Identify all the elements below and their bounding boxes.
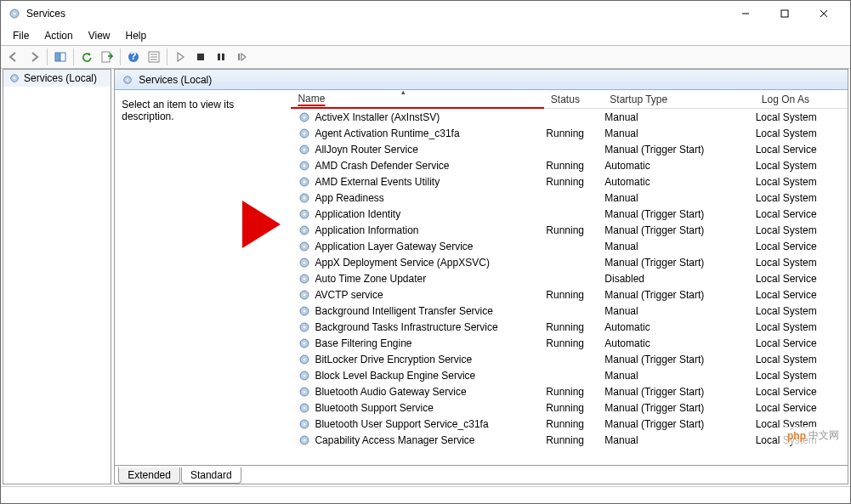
close-button[interactable] bbox=[804, 1, 843, 26]
service-gear-icon bbox=[298, 110, 311, 124]
service-row[interactable]: AMD External Events UtilityRunningAutoma… bbox=[291, 173, 848, 190]
show-hide-tree-button[interactable] bbox=[51, 48, 70, 66]
cell-name: AppX Deployment Service (AppXSVC) bbox=[315, 257, 546, 269]
cell-startup: Automatic bbox=[604, 321, 755, 333]
service-row[interactable]: Agent Activation Runtime_c31faRunningMan… bbox=[291, 125, 848, 141]
cell-startup: Automatic bbox=[604, 337, 755, 349]
service-row[interactable]: AppX Deployment Service (AppXSVC)Manual … bbox=[291, 254, 848, 270]
panel-body: Select an item to view its description. … bbox=[115, 90, 848, 465]
cell-name: Background Tasks Infrastructure Service bbox=[315, 321, 546, 333]
watermark-text: 中文网 bbox=[808, 428, 839, 443]
cell-name: Agent Activation Runtime_c31fa bbox=[315, 127, 546, 139]
cell-startup: Manual (Trigger Start) bbox=[604, 257, 755, 269]
service-row[interactable]: AMD Crash Defender ServiceRunningAutomat… bbox=[291, 157, 848, 173]
svg-rect-6 bbox=[55, 53, 60, 61]
col-logon[interactable]: Log On As bbox=[755, 91, 848, 108]
panel-header-title: Services (Local) bbox=[139, 74, 212, 86]
service-gear-icon bbox=[298, 304, 311, 318]
cell-logon: Local Service bbox=[756, 273, 848, 285]
tab-standard[interactable]: Standard bbox=[181, 467, 241, 484]
svg-point-48 bbox=[304, 309, 306, 312]
cell-name: AllJoyn Router Service bbox=[315, 144, 546, 156]
service-gear-icon bbox=[298, 320, 311, 334]
cell-logon: Local System bbox=[756, 321, 848, 333]
panel-header: Services (Local) bbox=[115, 70, 848, 90]
tab-extended[interactable]: Extended bbox=[118, 467, 180, 484]
sort-ascending-icon: ▴ bbox=[401, 90, 406, 96]
cell-startup: Manual bbox=[604, 305, 755, 317]
svg-point-40 bbox=[304, 245, 306, 247]
service-row[interactable]: Background Tasks Infrastructure ServiceR… bbox=[291, 319, 848, 335]
service-row[interactable]: Auto Time Zone UpdaterDisabledLocal Serv… bbox=[291, 270, 848, 286]
service-row[interactable]: Application IdentityManual (Trigger Star… bbox=[291, 206, 848, 222]
minimize-button[interactable] bbox=[726, 1, 765, 26]
cell-status: Running bbox=[546, 386, 604, 398]
svg-rect-16 bbox=[218, 54, 220, 60]
service-row[interactable]: Capability Access Manager ServiceRunning… bbox=[291, 432, 848, 448]
restart-service-button[interactable] bbox=[232, 48, 251, 66]
tree-root-item[interactable]: Services (Local) bbox=[3, 70, 111, 87]
service-gear-icon bbox=[298, 369, 311, 382]
maximize-button[interactable] bbox=[765, 1, 804, 26]
service-row[interactable]: App ReadinessManualLocal System bbox=[291, 190, 848, 206]
menu-action[interactable]: Action bbox=[37, 28, 79, 43]
cell-logon: Local Service bbox=[756, 386, 848, 398]
menu-help[interactable]: Help bbox=[119, 28, 154, 43]
help-button[interactable]: ? bbox=[124, 48, 143, 66]
service-gear-icon bbox=[298, 385, 311, 399]
menu-view[interactable]: View bbox=[82, 28, 117, 43]
cell-status: Running bbox=[546, 127, 604, 139]
service-row[interactable]: Base Filtering EngineRunningAutomaticLoc… bbox=[291, 335, 848, 351]
service-row[interactable]: ActiveX Installer (AxInstSV)ManualLocal … bbox=[291, 109, 848, 125]
col-status[interactable]: Status bbox=[544, 91, 604, 108]
service-gear-icon bbox=[298, 401, 311, 415]
svg-point-22 bbox=[127, 78, 129, 81]
service-row[interactable]: Bluetooth Support ServiceRunningManual (… bbox=[291, 399, 848, 416]
cell-startup: Manual (Trigger Start) bbox=[604, 418, 755, 430]
cell-name: Bluetooth Support Service bbox=[315, 402, 546, 414]
service-row[interactable]: Bluetooth Audio Gateway ServiceRunningMa… bbox=[291, 383, 848, 399]
service-row[interactable]: AllJoyn Router ServiceManual (Trigger St… bbox=[291, 141, 848, 157]
service-gear-icon bbox=[298, 127, 311, 140]
cell-logon: Local Service bbox=[756, 289, 848, 301]
cell-status: Running bbox=[546, 289, 604, 301]
service-gear-icon bbox=[298, 159, 311, 173]
cell-status: Running bbox=[546, 418, 604, 430]
service-gear-icon bbox=[298, 224, 311, 237]
cell-logon: Local System bbox=[756, 127, 848, 139]
service-row[interactable]: Bluetooth User Support Service_c31faRunn… bbox=[291, 416, 848, 432]
forward-button[interactable] bbox=[25, 48, 43, 66]
cell-startup: Manual bbox=[604, 127, 755, 139]
export-list-button[interactable] bbox=[98, 48, 116, 66]
col-startup[interactable]: Startup Type bbox=[603, 91, 755, 108]
col-name[interactable]: Name▴ bbox=[291, 90, 543, 109]
service-row[interactable]: Application InformationRunningManual (Tr… bbox=[291, 222, 848, 238]
start-service-button[interactable] bbox=[171, 48, 190, 66]
cell-startup: Manual (Trigger Start) bbox=[604, 289, 755, 301]
cell-startup: Automatic bbox=[604, 160, 755, 172]
svg-point-58 bbox=[304, 390, 306, 393]
service-row[interactable]: Block Level Backup Engine ServiceManualL… bbox=[291, 367, 848, 383]
pause-service-button[interactable] bbox=[212, 48, 230, 66]
service-row[interactable]: AVCTP serviceRunningManual (Trigger Star… bbox=[291, 286, 848, 303]
refresh-button[interactable] bbox=[77, 48, 96, 66]
cell-status: Running bbox=[546, 160, 604, 172]
cell-logon: Local System bbox=[756, 192, 848, 204]
stop-service-button[interactable] bbox=[191, 48, 210, 66]
svg-rect-8 bbox=[102, 52, 110, 62]
cell-startup: Manual (Trigger Start) bbox=[604, 386, 755, 398]
cell-name: Capability Access Manager Service bbox=[315, 434, 546, 446]
gear-icon bbox=[122, 74, 133, 86]
service-row[interactable]: BitLocker Drive Encryption ServiceManual… bbox=[291, 351, 848, 367]
nav-tree[interactable]: Services (Local) bbox=[3, 69, 111, 484]
tab-strip: Extended Standard bbox=[115, 465, 848, 484]
svg-rect-7 bbox=[60, 53, 65, 61]
back-button[interactable] bbox=[4, 48, 23, 66]
properties-icon[interactable] bbox=[145, 48, 163, 66]
menu-file[interactable]: File bbox=[6, 28, 36, 43]
description-pane: Select an item to view its description. bbox=[115, 90, 291, 465]
service-row[interactable]: Background Intelligent Transfer ServiceM… bbox=[291, 303, 848, 319]
svg-point-54 bbox=[304, 358, 306, 360]
list-rows[interactable]: ActiveX Installer (AxInstSV)ManualLocal … bbox=[291, 109, 848, 465]
service-row[interactable]: Application Layer Gateway ServiceManualL… bbox=[291, 238, 848, 254]
